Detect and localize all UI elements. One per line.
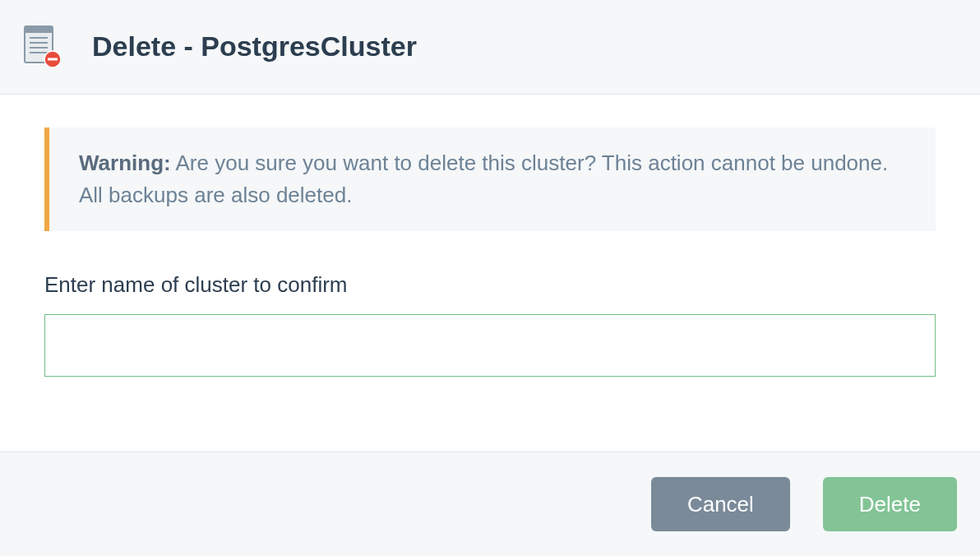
- confirm-input-label: Enter name of cluster to confirm: [44, 272, 936, 298]
- warning-message: Are you sure you want to delete this clu…: [79, 151, 888, 207]
- warning-banner: Warning: Are you sure you want to delete…: [44, 127, 936, 231]
- confirm-cluster-name-input[interactable]: [44, 314, 936, 377]
- cancel-button[interactable]: Cancel: [651, 477, 790, 531]
- dialog-footer: Cancel Delete: [0, 452, 980, 556]
- delete-button[interactable]: Delete: [823, 477, 957, 531]
- server-delete-icon: [23, 25, 61, 67]
- svg-rect-7: [48, 58, 58, 61]
- warning-label: Warning:: [79, 151, 171, 175]
- dialog-header: Delete - PostgresCluster: [0, 0, 980, 95]
- warning-text: Warning: Are you sure you want to delete…: [79, 147, 906, 211]
- svg-rect-1: [25, 26, 53, 33]
- dialog-title: Delete - PostgresCluster: [92, 30, 417, 63]
- dialog-content: Warning: Are you sure you want to delete…: [0, 95, 980, 377]
